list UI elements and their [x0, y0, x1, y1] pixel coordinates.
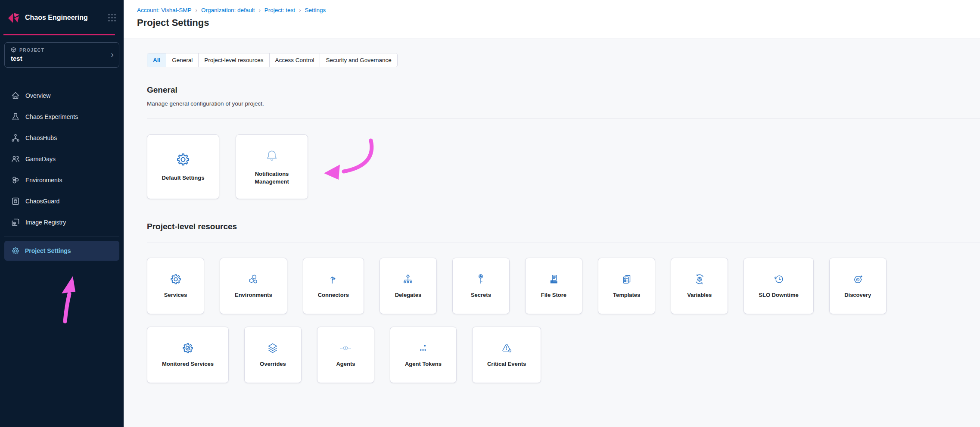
card-label: Monitored Services [156, 360, 220, 368]
sidebar-item-label: ChaosHubs [25, 134, 57, 141]
resources-row-2: Monitored Services Overrides Agents [147, 327, 980, 383]
card-environments[interactable]: Environments [220, 258, 287, 314]
layers-icon [266, 342, 279, 355]
project-label: PROJECT [19, 47, 44, 53]
card-file-store[interactable]: File Store [525, 258, 582, 314]
sidebar-divider [4, 237, 119, 237]
settings-tabs: All General Project-level resources Acce… [147, 53, 398, 67]
hub-icon [11, 134, 20, 142]
sidebar: Chaos Engineering PROJECT test › Overvie… [0, 0, 124, 427]
card-notifications-management[interactable]: Notifications Management [236, 134, 308, 199]
sidebar-item-label: Chaos Experiments [25, 113, 78, 120]
sidebar-item-label: Project Settings [25, 247, 71, 254]
card-monitored-services[interactable]: Monitored Services [147, 327, 229, 383]
divider [147, 118, 980, 118]
card-label: File Store [535, 291, 572, 299]
breadcrumb-separator: › [192, 7, 201, 13]
tab-project-level-resources[interactable]: Project-level resources [198, 53, 269, 67]
card-label: Critical Events [481, 360, 532, 368]
module-header: Chaos Engineering [0, 0, 124, 35]
card-label: Overrides [254, 360, 292, 368]
hexagon-gear-icon [851, 273, 864, 286]
hexagons-icon [247, 273, 260, 286]
card-label: Connectors [312, 291, 355, 299]
card-secrets[interactable]: Secrets [452, 258, 510, 314]
breadcrumb-settings[interactable]: Settings [305, 7, 326, 13]
registry-icon [11, 218, 20, 227]
breadcrumb-organization[interactable]: Organization: default [201, 7, 255, 13]
cube-icon [11, 47, 16, 53]
card-discovery[interactable]: Discovery [829, 258, 887, 314]
card-overrides[interactable]: Overrides [244, 327, 302, 383]
sidebar-item-overview[interactable]: Overview [0, 85, 124, 106]
card-label: SLO Downtime [753, 291, 804, 299]
sidebar-item-label: GameDays [25, 156, 56, 162]
card-label: Agent Tokens [399, 360, 448, 368]
card-variables[interactable]: Variables [671, 258, 728, 314]
card-default-settings[interactable]: Default Settings [147, 134, 219, 199]
tab-security-and-governance[interactable]: Security and Governance [320, 53, 397, 67]
card-label: Notifications Management [236, 170, 308, 186]
gear-sync-icon [693, 273, 706, 286]
code-icon [339, 342, 352, 355]
divider [147, 243, 980, 243]
general-section-description: Manage general configuration of your pro… [147, 100, 980, 107]
project-selector[interactable]: PROJECT test › [4, 42, 119, 68]
card-label: Agents [330, 360, 361, 368]
sidebar-item-chaoshubs[interactable]: ChaosHubs [0, 127, 124, 148]
card-connectors[interactable]: Connectors [303, 258, 364, 314]
gear-check-icon [181, 342, 194, 355]
lock-icon [11, 197, 20, 206]
card-agent-tokens[interactable]: Agent Tokens [390, 327, 457, 383]
tab-all[interactable]: All [147, 53, 166, 67]
clock-icon [772, 273, 785, 286]
people-icon [11, 155, 20, 163]
page-title: Project Settings [137, 17, 980, 28]
resources-row-1: Services Environments Connectors Deleg [147, 258, 980, 314]
breadcrumb-project[interactable]: Project: test [264, 7, 295, 13]
sidebar-item-gamedays[interactable]: GameDays [0, 148, 124, 169]
card-label: Delegates [389, 291, 427, 299]
resources-section-title: Project-level resources [147, 222, 980, 231]
sidebar-item-environments[interactable]: Environments [0, 169, 124, 190]
general-cards: Default Settings Notifications Managemen… [147, 134, 980, 199]
card-slo-downtime[interactable]: SLO Downtime [744, 258, 813, 314]
card-agents[interactable]: Agents [317, 327, 374, 383]
gear-icon [169, 273, 182, 286]
hierarchy-icon [401, 273, 414, 286]
sidebar-item-chaosguard[interactable]: ChaosGuard [0, 190, 124, 212]
sidebar-item-label: Overview [25, 92, 50, 99]
card-templates[interactable]: Templates [598, 258, 655, 314]
card-label: Discovery [838, 291, 877, 299]
main-content: All General Project-level resources Acce… [124, 39, 980, 427]
card-services[interactable]: Services [147, 258, 204, 314]
sidebar-item-project-settings[interactable]: Project Settings [4, 241, 119, 261]
card-label: Variables [681, 291, 718, 299]
breadcrumb-account[interactable]: Account: Vishal-SMP [137, 7, 192, 13]
general-section-title: General [147, 85, 980, 95]
home-icon [11, 91, 20, 100]
split-arrow-icon [327, 273, 340, 286]
card-label: Secrets [465, 291, 497, 299]
dots-icon [417, 342, 429, 355]
tab-access-control[interactable]: Access Control [269, 53, 320, 67]
card-label: Default Settings [156, 174, 211, 182]
card-label: Services [158, 291, 193, 299]
gear-icon [175, 152, 191, 167]
key-icon [474, 273, 487, 286]
sidebar-item-image-registry[interactable]: Image Registry [0, 212, 124, 233]
sidebar-item-label: Environments [25, 177, 62, 184]
tab-general[interactable]: General [166, 53, 198, 67]
card-label: Templates [607, 291, 646, 299]
page-header: Account: Vishal-SMP › Organization: defa… [124, 0, 980, 38]
file-store-icon [547, 273, 560, 286]
module-switcher-grid-icon[interactable] [107, 13, 117, 22]
environments-icon [11, 176, 20, 184]
card-delegates[interactable]: Delegates [380, 258, 437, 314]
card-critical-events[interactable]: Critical Events [472, 327, 541, 383]
gear-icon [11, 246, 20, 255]
sidebar-item-label: Image Registry [25, 219, 66, 226]
module-title: Chaos Engineering [25, 14, 107, 22]
sidebar-item-chaos-experiments[interactable]: Chaos Experiments [0, 106, 124, 127]
flask-icon [11, 112, 20, 121]
